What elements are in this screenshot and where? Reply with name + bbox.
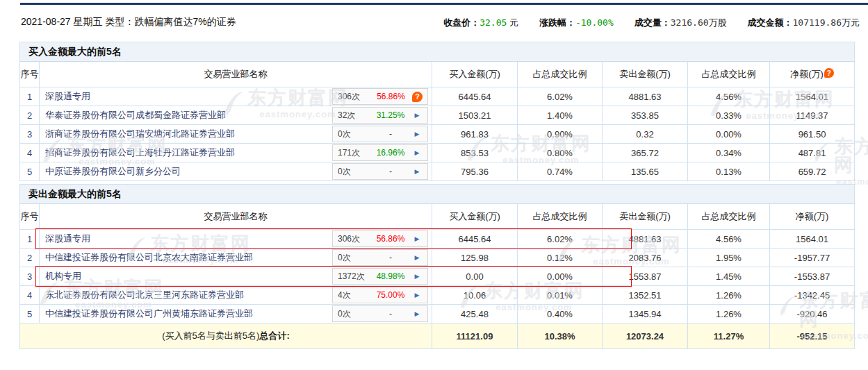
expand-arrow-icon[interactable] bbox=[411, 148, 423, 158]
net-amount: 961.50 bbox=[770, 125, 855, 144]
table-row: 4 东北证券股份有限公司北京三里河东路证券营业部 4次 75.00% 10.06… bbox=[20, 286, 855, 305]
buy-amount: 961.83 bbox=[432, 125, 518, 144]
col-seq: 序号 bbox=[20, 62, 40, 87]
expand-arrow-icon[interactable] bbox=[411, 290, 423, 301]
table-row: 4 招商证券股份有限公司上海牡丹江路证券营业部 171次 16.96% 853.… bbox=[20, 144, 855, 162]
row-seq: 3 bbox=[20, 125, 40, 144]
col-buy-amount: 买入金额(万) bbox=[432, 204, 518, 230]
history-badge[interactable]: 0次 - bbox=[332, 305, 428, 322]
branch-name-link[interactable]: 招商证券股份有限公司上海牡丹江路证券营业部 bbox=[45, 146, 235, 159]
buy-ratio: 0.00% bbox=[518, 267, 603, 286]
table-row: 2 华泰证券股份有限公司成都蜀金路证券营业部 32次 31.25% 1503.2… bbox=[20, 106, 855, 125]
branch-name-link[interactable]: 深股通专用 bbox=[45, 90, 90, 103]
history-badge[interactable]: 0次 - bbox=[332, 249, 428, 266]
buy-amount: 125.98 bbox=[432, 249, 518, 267]
expand-arrow-icon[interactable] bbox=[411, 234, 423, 244]
branch-name-link[interactable]: 机构专用 bbox=[45, 270, 81, 283]
branch-name-link[interactable]: 中原证券股份有限公司新乡分公司 bbox=[45, 165, 181, 178]
sell-ratio: 0.13% bbox=[688, 162, 770, 181]
branch-name-link[interactable]: 深股通专用 bbox=[45, 233, 90, 245]
buy-ratio: 6.02% bbox=[518, 87, 603, 106]
lhb-detail-page: 2021-08-27 星期五 类型：跌幅偏离值达7%的证券 收盘价：32.05 … bbox=[0, 0, 868, 370]
expand-arrow-icon[interactable] bbox=[411, 253, 423, 263]
help-icon[interactable] bbox=[412, 92, 423, 102]
buy-ratio: 0.12% bbox=[518, 249, 603, 267]
sell-amount: 135.65 bbox=[603, 162, 688, 181]
history-badge[interactable]: 1372次 48.98% bbox=[332, 268, 428, 285]
buy-table-title: 买入金额最大的前5名 bbox=[20, 42, 855, 62]
row-seq: 5 bbox=[20, 305, 40, 323]
col-buy-ratio: 占总成交比例 bbox=[518, 62, 603, 87]
history-badge[interactable]: 306次 56.86% bbox=[332, 88, 428, 105]
row-seq: 5 bbox=[20, 162, 40, 181]
sell-ratio: 1.26% bbox=[688, 286, 770, 305]
buy-amount: 795.36 bbox=[432, 162, 518, 181]
table-row: 3 机构专用 1372次 48.98% 0.00 0.00% 1553.87 1… bbox=[20, 267, 855, 286]
net-amount: 1149.37 bbox=[770, 106, 855, 125]
history-badge[interactable]: 171次 16.96% bbox=[332, 144, 428, 161]
expand-arrow-icon[interactable] bbox=[411, 309, 423, 319]
sell-table-header: 序号 交易营业部名称 买入金额(万) 占总成交比例 卖出金额(万) 占总成交比例… bbox=[20, 204, 855, 230]
branch-name-link[interactable]: 中信建投证券股份有限公司北京农大南路证券营业部 bbox=[45, 251, 253, 264]
total-net-amount: -952.15 bbox=[770, 323, 855, 349]
buy-ratio: 6.02% bbox=[518, 230, 603, 249]
row-seq: 4 bbox=[20, 286, 40, 305]
history-badge[interactable]: 4次 75.00% bbox=[332, 287, 428, 303]
branch-name-link[interactable]: 中信建投证券股份有限公司广州黄埔东路证券营业部 bbox=[45, 308, 253, 320]
branch-name-link[interactable]: 浙商证券股份有限公司瑞安塘河北路证券营业部 bbox=[45, 128, 235, 140]
col-sell-amount: 卖出金额(万) bbox=[603, 62, 688, 87]
history-badge[interactable]: 306次 56.86% bbox=[332, 230, 428, 247]
appearance-count: 306次 bbox=[338, 233, 370, 245]
expand-arrow-icon[interactable] bbox=[411, 271, 423, 282]
win-rate: - bbox=[370, 167, 411, 176]
sell-amount: 4881.63 bbox=[603, 87, 688, 106]
appearance-count: 0次 bbox=[338, 166, 370, 178]
sell-ratio: 1.95% bbox=[688, 249, 770, 267]
branch-name-link[interactable]: 东北证券股份有限公司北京三里河东路证券营业部 bbox=[45, 289, 244, 301]
col-sell-ratio: 占总成交比例 bbox=[688, 62, 770, 87]
col-net-amount: 净额(万) bbox=[770, 62, 855, 87]
table-row: 3 浙商证券股份有限公司瑞安塘河北路证券营业部 0次 - 961.83 0.90… bbox=[20, 125, 855, 144]
total-label: (买入前5名与卖出前5名)总合计: bbox=[20, 323, 432, 349]
sell-table-title: 卖出金额最大的前5名 bbox=[20, 185, 855, 204]
sell-amount: 4881.63 bbox=[603, 230, 688, 249]
col-sell-amount: 卖出金额(万) bbox=[603, 204, 688, 230]
appearance-count: 32次 bbox=[338, 110, 370, 121]
appearance-count: 306次 bbox=[338, 91, 370, 103]
col-branch-name: 交易营业部名称 bbox=[40, 204, 432, 230]
stat-change-pct: 涨跌幅：-10.00% bbox=[539, 17, 614, 29]
total-sell-ratio: 11.27% bbox=[688, 323, 770, 349]
buy-amount: 0.00 bbox=[432, 267, 518, 286]
buy-amount: 6445.64 bbox=[432, 87, 518, 106]
sell-ratio: 1.45% bbox=[688, 267, 770, 286]
row-seq: 1 bbox=[20, 230, 40, 249]
total-sell-amount: 12073.24 bbox=[603, 323, 688, 349]
history-badge[interactable]: 32次 31.25% bbox=[332, 107, 428, 124]
expand-arrow-icon[interactable] bbox=[411, 110, 423, 121]
net-amount: -920.46 bbox=[770, 305, 855, 323]
expand-arrow-icon[interactable] bbox=[411, 167, 423, 177]
appearance-count: 0次 bbox=[338, 308, 370, 320]
top-divider bbox=[20, 3, 868, 5]
expand-arrow-icon[interactable] bbox=[411, 129, 423, 140]
history-badge[interactable]: 0次 - bbox=[332, 126, 428, 142]
table-row: 5 中信建投证券股份有限公司广州黄埔东路证券营业部 0次 - 425.48 0.… bbox=[20, 305, 855, 323]
buy-ratio: 1.40% bbox=[518, 106, 603, 125]
net-amount: 1564.01 bbox=[770, 87, 855, 106]
branch-name-link[interactable]: 华泰证券股份有限公司成都蜀金路证券营业部 bbox=[45, 109, 226, 121]
sell-amount: 1352.51 bbox=[603, 286, 688, 305]
appearance-count: 0次 bbox=[338, 128, 370, 140]
history-badge[interactable]: 0次 - bbox=[332, 163, 428, 180]
buy-amount: 853.53 bbox=[432, 144, 518, 162]
help-icon[interactable] bbox=[824, 68, 834, 78]
table-row: 1 深股通专用 306次 56.86% 6445.64 6.02% 4881.6… bbox=[20, 230, 855, 249]
col-branch-name: 交易营业部名称 bbox=[40, 62, 432, 87]
sell-ratio: 4.56% bbox=[688, 87, 770, 106]
sell-ratio: 0.00% bbox=[688, 125, 770, 144]
appearance-count: 0次 bbox=[338, 252, 370, 264]
stat-turnover: 成交金额：107119.86万元 bbox=[748, 17, 860, 29]
buy-amount: 6445.64 bbox=[432, 230, 518, 249]
buy-ratio: 0.74% bbox=[518, 162, 603, 181]
sell-ratio: 1.26% bbox=[688, 305, 770, 323]
buy-ratio: 0.90% bbox=[518, 125, 603, 144]
